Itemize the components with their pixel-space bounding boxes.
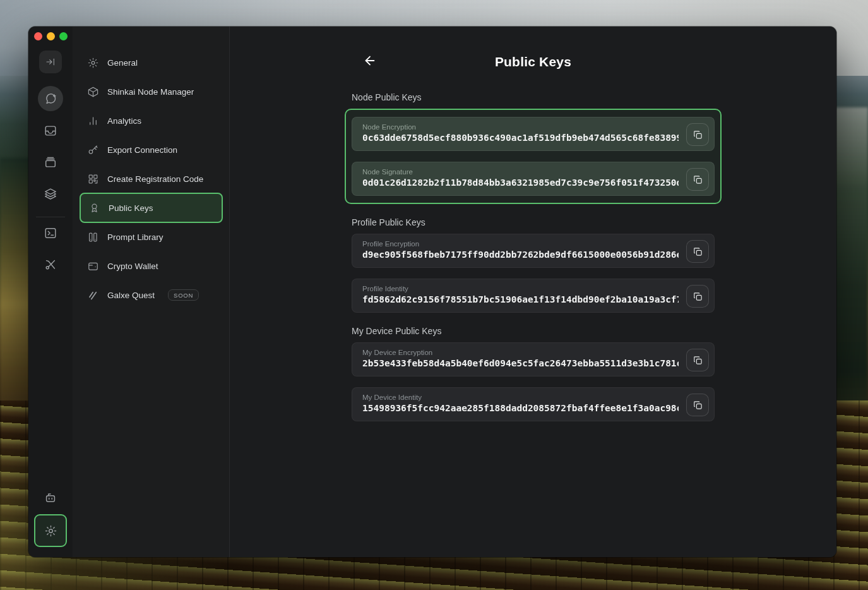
cube-icon [87,86,99,98]
copy-button[interactable] [686,240,709,263]
archive-button[interactable] [44,155,57,169]
section-label: Profile Public Keys [352,217,715,227]
field-profile-identity: Profile Identity fd5862d62c9156f78551b7b… [352,279,715,313]
layers-icon [44,187,57,201]
settings-button[interactable] [34,514,67,547]
field-my-device-encryption: My Device Encryption 2b53e433feb58d4a5b4… [352,342,715,376]
section-my-device-public-keys: My Device Public Keys My Device Encrypti… [352,326,715,421]
badge-keys-icon [88,202,100,214]
copy-button[interactable] [686,285,709,308]
copy-button[interactable] [686,394,709,416]
section-profile-public-keys: Profile Public Keys Profile Encryption d… [352,217,715,313]
new-chat-icon [44,92,57,105]
archive-icon [44,155,57,169]
menu-item-shinkai-node-manager[interactable]: Shinkai Node Manager [80,77,223,106]
field-label: Profile Identity [362,285,679,292]
field-label: Profile Encryption [362,240,679,248]
slashes-icon [87,289,99,301]
bot-icon [44,491,57,505]
menu-item-label: Galxe Quest [107,291,155,300]
menu-item-export-connection[interactable]: Export Connection [80,135,223,164]
close-window-button[interactable] [34,32,42,40]
copy-icon [693,400,703,411]
copy-icon [693,246,703,257]
field-label: Node Encryption [362,123,679,131]
copy-icon [693,291,703,302]
menu-item-public-keys[interactable]: Public Keys [80,193,223,223]
tools-button[interactable] [44,258,57,272]
main-content: Public Keys Node Public Keys Node Encryp… [230,27,836,557]
new-chat-button[interactable] [38,86,63,111]
key-icon [87,144,99,156]
menu-item-galxe-quest[interactable]: Galxe Quest SOON [80,280,223,310]
collapse-panel-button[interactable] [39,51,62,73]
field-node-signature: Node Signature 0d01c26d1282b2f11b78d84bb… [352,162,715,196]
menu-item-label: Create Registration Code [107,174,203,184]
page-title: Public Keys [230,54,836,69]
settings-menu: General Shinkai Node Manager Analytics E… [73,27,230,557]
traffic-lights [34,32,68,40]
section-label: My Device Public Keys [352,326,715,336]
copy-icon [693,355,703,366]
field-my-device-identity: My Device Identity 15498936f5fcc942aae28… [352,387,715,421]
menu-item-crypto-wallet[interactable]: Crypto Wallet [80,251,223,280]
field-value: 0d01c26d1282b2f11b78d84bb3a6321985ed7c39… [362,178,679,188]
field-value: 15498936f5fcc942aae285f188dadd2085872fba… [362,403,679,413]
field-value: 2b53e433feb58d4a5b40ef6d094e5c5fac26473e… [362,358,679,368]
copy-button[interactable] [686,123,709,146]
field-value: 0c63dde6758d5ecf880b936c490ac1af519dfb9e… [362,133,679,143]
field-label: My Device Identity [362,394,679,401]
field-label: My Device Encryption [362,349,679,356]
menu-item-label: Analytics [107,116,141,126]
menu-item-label: General [107,58,138,68]
terminal-button[interactable] [44,226,57,240]
inbox-button[interactable] [44,124,57,138]
copy-icon [693,129,703,140]
field-value: fd5862d62c9156f78551b7bc51906ae1f13f14db… [362,294,679,304]
field-label: Node Signature [362,168,679,176]
soon-badge: SOON [168,289,199,301]
menu-item-label: Prompt Library [107,232,163,242]
field-value: d9ec905f568fbeb7175ff90dd2bb7262bde9df66… [362,250,679,260]
app-window: General Shinkai Node Manager Analytics E… [28,27,836,557]
section-node-public-keys: Node Public Keys Node Encryption 0c63dde… [352,92,715,204]
field-profile-encryption: Profile Encryption d9ec905f568fbeb7175ff… [352,234,715,268]
zoom-window-button[interactable] [59,32,68,40]
gear-icon [87,57,99,69]
library-icon [87,231,99,243]
settings-gear-icon [44,524,57,538]
copy-button[interactable] [686,168,709,191]
inbox-icon [44,124,57,138]
bot-button[interactable] [44,491,57,505]
menu-item-label: Shinkai Node Manager [107,87,194,97]
rail-divider [36,217,65,217]
copy-icon [693,174,703,185]
minimize-window-button[interactable] [47,32,55,40]
terminal-icon [44,226,57,240]
section-label: Node Public Keys [352,92,715,102]
highlight-box-node-keys: Node Encryption 0c63dde6758d5ecf880b936c… [345,109,722,204]
menu-item-label: Crypto Wallet [107,262,158,271]
menu-item-analytics[interactable]: Analytics [80,106,223,135]
menu-item-prompt-library[interactable]: Prompt Library [80,222,223,251]
public-keys-form: Node Public Keys Node Encryption 0c63dde… [352,92,715,435]
menu-item-create-registration-code[interactable]: Create Registration Code [80,164,223,193]
layers-button[interactable] [44,187,57,201]
menu-item-label: Export Connection [107,145,177,155]
icon-rail [28,27,73,557]
wallet-icon [87,260,99,272]
bar-chart-icon [87,115,99,127]
field-node-encryption: Node Encryption 0c63dde6758d5ecf880b936c… [352,117,715,151]
menu-item-general[interactable]: General [80,48,223,77]
copy-button[interactable] [686,349,709,371]
menu-item-label: Public Keys [109,203,153,213]
collapse-panel-icon [45,57,56,67]
tools-icon [44,258,57,272]
qr-code-icon [87,173,99,185]
